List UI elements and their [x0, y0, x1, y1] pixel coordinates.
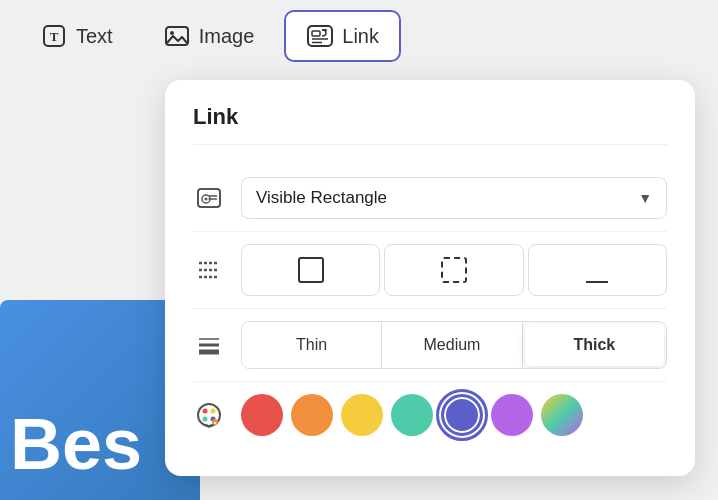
color-orange-swatch[interactable]: [291, 394, 333, 436]
border-buttons: [241, 244, 667, 296]
shape-icon: [193, 182, 225, 214]
color-swatches: [241, 394, 667, 436]
color-yellow-swatch[interactable]: [341, 394, 383, 436]
svg-rect-2: [166, 27, 188, 45]
thickness-thin-button[interactable]: Thin: [242, 322, 382, 368]
tab-image-label: Image: [199, 25, 255, 48]
thickness-buttons: Thin Medium Thick: [241, 321, 667, 369]
text-icon: T: [40, 22, 68, 50]
link-icon: [306, 22, 334, 50]
color-row: [193, 382, 667, 448]
underline-icon: [583, 257, 611, 283]
dashed-border-icon: [441, 257, 467, 283]
color-gradient-swatch[interactable]: [541, 394, 583, 436]
svg-point-3: [170, 31, 174, 35]
thickness-icon: [193, 329, 225, 361]
svg-text:T: T: [50, 29, 59, 44]
link-panel: Link Visible Rectangle ▼: [165, 80, 695, 476]
color-red-swatch[interactable]: [241, 394, 283, 436]
color-blue-swatch[interactable]: [441, 394, 483, 436]
thickness-group-container: Thin Medium Thick: [241, 321, 667, 369]
svg-rect-7: [198, 189, 220, 207]
thickness-thick-button[interactable]: Thick: [525, 324, 664, 366]
border-style-icon: [193, 254, 225, 286]
tab-link[interactable]: Link: [284, 10, 401, 62]
tab-image[interactable]: Image: [143, 12, 275, 60]
border-style-group: [241, 244, 667, 296]
panel-title: Link: [193, 104, 667, 145]
svg-point-10: [205, 198, 208, 201]
svg-rect-5: [312, 31, 320, 36]
background-text: Bes: [10, 408, 142, 480]
border-solid-button[interactable]: [241, 244, 380, 296]
tab-bar: T Text Image Link: [0, 0, 718, 72]
color-palette-icon: [193, 399, 225, 431]
thickness-row: Thin Medium Thick: [193, 309, 667, 382]
solid-border-icon: [298, 257, 324, 283]
dropdown-arrow-icon: ▼: [638, 190, 652, 206]
shape-dropdown[interactable]: Visible Rectangle ▼: [241, 177, 667, 219]
color-teal-swatch[interactable]: [391, 394, 433, 436]
border-underline-button[interactable]: [528, 244, 667, 296]
underline-line: [586, 281, 608, 283]
thickness-medium-button[interactable]: Medium: [382, 322, 522, 368]
tab-link-label: Link: [342, 25, 379, 48]
svg-point-6: [325, 29, 327, 31]
border-style-row: [193, 232, 667, 309]
svg-point-19: [211, 409, 216, 414]
shape-dropdown-value: Visible Rectangle: [256, 188, 387, 208]
tab-text-label: Text: [76, 25, 113, 48]
shape-row: Visible Rectangle ▼: [193, 165, 667, 232]
color-swatches-container: [241, 394, 667, 436]
image-icon: [163, 22, 191, 50]
border-dashed-button[interactable]: [384, 244, 523, 296]
svg-point-20: [203, 417, 208, 422]
color-purple-swatch[interactable]: [491, 394, 533, 436]
shape-dropdown-container: Visible Rectangle ▼: [241, 177, 667, 219]
svg-point-18: [203, 409, 208, 414]
tab-text[interactable]: T Text: [20, 12, 133, 60]
